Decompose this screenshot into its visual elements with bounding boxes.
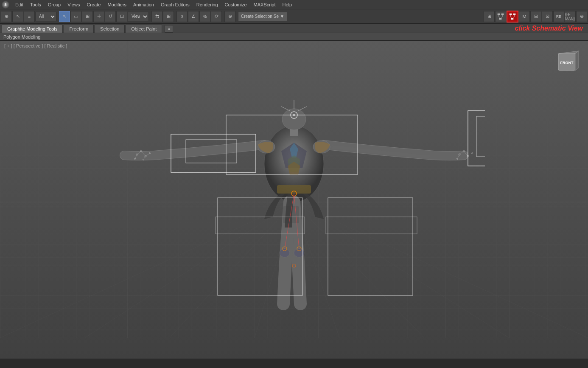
ribbon-content: Polygon Modeling [0, 33, 588, 41]
scale-btn[interactable]: ⊡ [116, 11, 127, 22]
svg-rect-32 [277, 185, 311, 194]
menu-create[interactable]: Create [83, 1, 104, 8]
create-selection-btn[interactable]: Create Selection Se ▼ [238, 12, 287, 21]
menu-rendering[interactable]: Rendering [193, 1, 221, 8]
render-frame-btn[interactable]: ⊡ [542, 11, 553, 22]
viewport[interactable]: [ + ] [ Perspective ] [ Realistic ] [0, 41, 588, 359]
statusbar [0, 359, 588, 368]
svg-line-6 [501, 17, 503, 18]
svg-rect-68 [476, 116, 485, 157]
tab-selection[interactable]: Selection [95, 25, 125, 33]
rotate-btn[interactable]: ↺ [105, 11, 116, 22]
viewcube-svg: FRONT [554, 49, 580, 75]
app-container: 3 Edit Tools Group Views Create Modifier… [0, 0, 588, 368]
angle-snap-btn[interactable]: ∠ [188, 11, 199, 22]
menu-customize[interactable]: Customize [221, 1, 250, 8]
tab-object-paint[interactable]: Object Paint [126, 25, 162, 33]
svg-rect-8 [513, 14, 515, 15]
menu-maxscript[interactable]: MAXScript [250, 1, 279, 8]
schematic-annotation: click Schematic View [515, 25, 586, 32]
menu-edit[interactable]: Edit [12, 1, 27, 8]
align-btn[interactable]: ⊞ [163, 11, 174, 22]
spinner-snap-btn[interactable]: ⟳ [211, 11, 222, 22]
select-btn[interactable]: ↖ [59, 11, 70, 22]
mirror-btn[interactable]: ⇆ [151, 11, 162, 22]
svg-rect-2 [499, 18, 501, 20]
render-btn[interactable]: RB [553, 11, 564, 22]
svg-rect-0 [498, 14, 500, 15]
named-sel-btn[interactable]: ⊕ [224, 11, 235, 22]
svg-line-5 [499, 17, 501, 18]
ribbon-tabs: Graphite Modeling Tools Freeform Selecti… [0, 24, 588, 33]
schematic-icon-highlighted [509, 13, 516, 20]
select-layer-btn[interactable]: ≡ [24, 11, 35, 22]
svg-text:FRONT: FRONT [560, 61, 574, 65]
schematic-view-btn[interactable] [495, 11, 506, 22]
material-editor-btn[interactable]: M [519, 11, 530, 22]
app-logo: 3 [2, 1, 9, 8]
polygon-modeling-label: Polygon Modeling [3, 34, 40, 39]
menu-help[interactable]: Help [279, 1, 296, 8]
filter-dropdown[interactable]: All [35, 12, 56, 21]
select-region-rect-btn[interactable]: ▭ [70, 11, 81, 22]
svg-line-36 [281, 107, 290, 111]
svg-rect-9 [511, 18, 513, 20]
svg-line-37 [298, 107, 307, 111]
character-model [0, 41, 588, 359]
svg-rect-7 [510, 14, 512, 15]
ribbon-more-btn[interactable]: » [165, 25, 173, 33]
svg-line-13 [512, 17, 515, 18]
track-view-btn[interactable]: ⊞ [484, 11, 495, 22]
select-region-btn[interactable]: ⊕ [1, 11, 12, 22]
viewcube[interactable]: FRONT [554, 49, 580, 75]
svg-point-61 [472, 153, 473, 154]
character-svg [103, 41, 485, 329]
menu-modifiers[interactable]: Modifiers [104, 1, 130, 8]
create-selection-label: Create Selection Se [241, 14, 279, 19]
hman-btn[interactable]: {H-MAN} [565, 11, 576, 22]
menubar: 3 Edit Tools Group Views Create Modifier… [0, 0, 588, 9]
menu-animation[interactable]: Animation [130, 1, 157, 8]
main-toolbar: ⊕ ↖ ≡ All ↖ ▭ ⊞ ✛ ↺ ⊡ View ⇆ ⊞ 3 ∠ % ⟳ ⊕… [0, 9, 588, 24]
schematic-view-icon [497, 13, 504, 20]
percent-snap-btn[interactable]: % [199, 11, 210, 22]
create-selection-arrow: ▼ [280, 14, 284, 19]
view-dropdown[interactable]: View [128, 12, 149, 21]
move-btn[interactable]: ✛ [93, 11, 104, 22]
snap3d-btn[interactable]: 3 [176, 11, 188, 22]
select-object-btn[interactable]: ↖ [12, 11, 23, 22]
menu-graph-editors[interactable]: Graph Editors [157, 1, 193, 8]
extra-btn[interactable]: ⊕ [576, 11, 587, 22]
tab-graphite[interactable]: Graphite Modeling Tools [2, 25, 63, 33]
render-setup-btn[interactable]: ⊞ [530, 11, 541, 22]
logo-text: 3 [4, 3, 6, 7]
svg-rect-72 [328, 198, 413, 295]
schematic-view-highlighted-btn[interactable] [507, 11, 518, 22]
select-filter-btn[interactable]: ⊞ [82, 11, 93, 22]
svg-point-45 [280, 249, 290, 257]
svg-line-12 [511, 17, 513, 18]
menu-views[interactable]: Views [64, 1, 83, 8]
viewport-label: [ + ] [ Perspective ] [ Realistic ] [4, 43, 67, 48]
menu-tools[interactable]: Tools [27, 1, 45, 8]
menu-group[interactable]: Group [45, 1, 64, 8]
svg-rect-1 [501, 14, 504, 15]
tab-freeform[interactable]: Freeform [64, 25, 94, 33]
svg-rect-73 [326, 217, 417, 234]
